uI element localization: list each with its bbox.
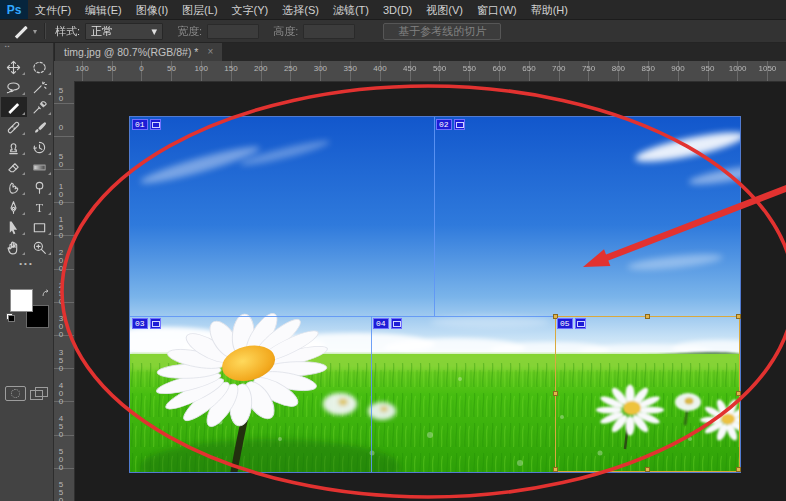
clone-stamp-tool[interactable]	[1, 137, 27, 157]
menu-item-5[interactable]: 选择(S)	[275, 4, 326, 16]
menu-item-10[interactable]: 帮助(H)	[524, 4, 575, 16]
menu-item-3[interactable]: 图层(L)	[175, 4, 224, 16]
slice-handle[interactable]	[553, 467, 558, 472]
eyedropper-tool[interactable]	[27, 97, 53, 117]
hruler-tick: 100	[195, 64, 208, 73]
hruler-tick: 650	[522, 64, 535, 73]
hand-tool[interactable]	[1, 237, 27, 257]
menu-item-7[interactable]: 3D(D)	[376, 4, 419, 16]
slice-badge-05[interactable]: 05	[557, 318, 586, 329]
horizontal-ruler[interactable]: 1005005010015020025030035040045050055060…	[53, 61, 786, 82]
slice-line-vertical-top[interactable]	[434, 117, 435, 316]
slice-badge-04[interactable]: 04	[373, 318, 402, 329]
slice-badge-01[interactable]: 01	[132, 119, 161, 130]
vruler-tick: 50	[56, 87, 66, 103]
slice-image-icon	[391, 318, 402, 329]
smudge-tool[interactable]	[1, 177, 27, 197]
swap-colors-icon[interactable]	[41, 285, 52, 295]
rectangle-tool-icon	[32, 220, 47, 235]
marquee-tool[interactable]	[27, 57, 53, 77]
foreground-color-swatch[interactable]	[10, 289, 33, 312]
slice-image-icon	[150, 318, 161, 329]
slice-number: 03	[132, 318, 148, 329]
hruler-tick: 50	[107, 64, 116, 73]
lasso-tool[interactable]	[1, 77, 27, 97]
panel-collapse-handle[interactable]: ▪▪	[0, 42, 53, 57]
style-label: 样式:	[55, 24, 80, 39]
width-input[interactable]	[207, 24, 259, 39]
menu-item-6[interactable]: 滤镜(T)	[326, 4, 376, 16]
default-colors-icon[interactable]	[6, 313, 15, 322]
menu-item-2[interactable]: 图像(I)	[129, 4, 175, 16]
dodge-tool[interactable]	[27, 177, 53, 197]
slice-number: 01	[132, 119, 148, 130]
slice-handle[interactable]	[736, 391, 741, 396]
magic-wand-tool[interactable]	[27, 77, 53, 97]
hruler-tick: 600	[493, 64, 506, 73]
color-swatches	[6, 285, 52, 335]
menu-item-1[interactable]: 编辑(E)	[78, 4, 129, 16]
menu-bar: Ps 文件(F)编辑(E)图像(I)图层(L)文字(Y)选择(S)滤镜(T)3D…	[0, 0, 786, 20]
slice-handle[interactable]	[645, 314, 650, 319]
edit-toolbar-ellipsis[interactable]: •••	[0, 259, 53, 273]
tool-panel: ▪▪ T •••	[0, 42, 54, 501]
slice-handle[interactable]	[736, 467, 741, 472]
history-brush-tool[interactable]	[27, 137, 53, 157]
menu-item-9[interactable]: 窗口(W)	[470, 4, 524, 16]
hruler-tick: 850	[642, 64, 655, 73]
smudge-tool-icon	[6, 180, 21, 195]
slice-handle[interactable]	[645, 467, 650, 472]
selected-slice-border[interactable]	[555, 316, 740, 472]
rectangle-tool[interactable]	[27, 217, 53, 237]
height-input[interactable]	[303, 24, 355, 39]
tool-preset-picker[interactable]: ▾	[12, 22, 37, 40]
vruler-tick: 200	[56, 249, 66, 273]
vruler-tick: 550	[56, 481, 66, 501]
gradient-tool[interactable]	[27, 157, 53, 177]
brush-tool[interactable]	[27, 117, 53, 137]
menu-item-8[interactable]: 视图(V)	[419, 4, 470, 16]
menu-item-4[interactable]: 文字(Y)	[225, 4, 276, 16]
hruler-tick: 500	[433, 64, 446, 73]
type-tool[interactable]: T	[27, 197, 53, 217]
path-selection-tool-icon	[6, 220, 21, 235]
style-dropdown[interactable]: 正常 ▾	[85, 23, 163, 40]
document-tab[interactable]: timg.jpg @ 80.7%(RGB/8#) * ×	[55, 42, 222, 61]
slice-handle[interactable]	[553, 391, 558, 396]
move-tool[interactable]	[1, 57, 27, 77]
vruler-tick: 100	[56, 183, 66, 207]
close-tab-icon[interactable]: ×	[207, 46, 213, 57]
eraser-tool[interactable]	[1, 157, 27, 177]
quick-mask-button[interactable]	[5, 386, 26, 401]
brush-tool-icon	[32, 120, 47, 135]
canvas-area[interactable]: 0102030405	[74, 81, 786, 501]
zoom-tool-icon	[32, 240, 47, 255]
slice-handle[interactable]	[736, 314, 741, 319]
vruler-tick: 250	[56, 282, 66, 306]
magic-wand-tool-icon	[32, 80, 47, 95]
vertical-ruler[interactable]: 50050100150200250300350400450500550600	[53, 81, 75, 501]
photo-document[interactable]: 0102030405	[130, 117, 740, 472]
vruler-tick: 0	[56, 124, 66, 132]
healing-brush-tool[interactable]	[1, 117, 27, 137]
slice-image-icon	[575, 318, 586, 329]
screen-mode-button[interactable]	[29, 386, 48, 399]
separator	[44, 23, 46, 39]
slice-badge-03[interactable]: 03	[132, 318, 161, 329]
hruler-tick: 0	[139, 64, 143, 73]
move-tool-icon	[6, 60, 21, 75]
zoom-tool[interactable]	[27, 237, 53, 257]
vruler-tick: 150	[56, 216, 66, 240]
path-selection-tool[interactable]	[1, 217, 27, 237]
photoshop-logo[interactable]: Ps	[0, 0, 28, 19]
hruler-tick: 150	[224, 64, 237, 73]
hruler-tick: 700	[552, 64, 565, 73]
slice-badge-02[interactable]: 02	[436, 119, 465, 130]
slice-tool[interactable]	[1, 97, 27, 117]
pen-tool[interactable]	[1, 197, 27, 217]
slice-tool-icon	[12, 22, 30, 40]
slice-image-icon	[454, 119, 465, 130]
slices-from-guides-button[interactable]: 基于参考线的切片	[383, 23, 501, 40]
menu-item-0[interactable]: 文件(F)	[28, 4, 78, 16]
slice-line-vertical-bottom[interactable]	[371, 316, 372, 472]
